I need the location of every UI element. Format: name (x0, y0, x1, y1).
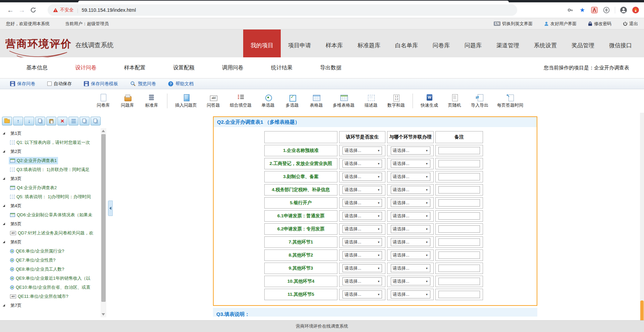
tree-node[interactable]: 第6页 (0, 237, 99, 246)
nav-item[interactable]: 问卷库 (425, 30, 457, 57)
occurs-select[interactable]: 请选择... ▼ (342, 212, 382, 220)
tab-item[interactable]: 基本信息 (26, 64, 48, 71)
remark-input[interactable] (438, 238, 480, 246)
forward-icon[interactable]: → (16, 4, 28, 16)
save-questionnaire-button[interactable]: 保存问卷 (10, 81, 35, 87)
toolbar-button[interactable]: 多选题 (284, 94, 300, 108)
language-switch[interactable]: EN 切换到英文界面 (494, 21, 533, 27)
panel-collapse-handle[interactable] (108, 201, 113, 216)
tree-node[interactable]: 第4页 (0, 201, 99, 210)
toolbar-button[interactable]: 数字和题 (387, 94, 405, 108)
toolbar-button[interactable]: 快速生成 (421, 94, 438, 108)
toolbar-button[interactable]: 插入问题页 (175, 94, 197, 108)
scroll-down-icon[interactable] (102, 313, 105, 316)
toolbar-button[interactable]: 多维表格题 (333, 94, 355, 108)
tree-toolbar-button[interactable] (68, 117, 78, 125)
toolbar-button[interactable]: 问卷库 (96, 94, 111, 108)
next-question-strip[interactable]: Q3.填表说明： (213, 308, 537, 317)
tab-item[interactable]: 统计结果 (271, 64, 292, 71)
occurs-select[interactable]: 请选择... ▼ (342, 160, 382, 168)
toolbar-button[interactable]: 单选题 (260, 94, 276, 108)
nav-item[interactable]: 系统设置 (527, 30, 564, 57)
nav-item[interactable]: 奖品管理 (564, 30, 602, 57)
parallel-select[interactable]: 请选择... ▼ (391, 212, 430, 220)
tree-node[interactable]: Q3:填表说明： 1)并联办理：同时满足 (0, 165, 99, 174)
occurs-select[interactable]: 请选择... ▼ (342, 225, 382, 233)
expand-arrow-icon[interactable] (3, 132, 5, 134)
expand-arrow-icon[interactable] (3, 205, 5, 207)
tree-node[interactable]: QD7:针对上述业务及问卷相关问题，欢 (0, 228, 99, 237)
remark-input[interactable] (438, 147, 480, 154)
url-text[interactable]: 59.110.154.19/index.html (82, 7, 136, 13)
tree-node[interactable]: QE8:单位/企业员工人数? (0, 265, 99, 274)
occurs-select[interactable]: 请选择... ▼ (342, 251, 382, 259)
occurs-select[interactable]: 请选择... ▼ (342, 277, 382, 285)
nav-item[interactable]: 渠道管理 (489, 30, 527, 57)
occurs-select[interactable]: 请选择... ▼ (342, 147, 382, 155)
nav-item[interactable]: 白名单库 (388, 30, 425, 57)
tree-node[interactable]: QE10:单位/企业所在省、自治区、或直 (0, 283, 99, 292)
tree-node[interactable]: QE7:单位/企业性质? (0, 256, 99, 265)
bookmark-star-icon[interactable]: ★ (579, 6, 586, 14)
tree-toolbar-button[interactable] (2, 117, 12, 125)
parallel-select[interactable]: 请选择... ▼ (391, 160, 430, 168)
remark-input[interactable] (438, 173, 480, 180)
extension-badge-icon[interactable] (632, 6, 639, 14)
tree-toolbar-button[interactable] (35, 117, 45, 125)
parallel-select[interactable]: 请选择... ▼ (391, 199, 430, 207)
tree-node[interactable]: Q1: 以下报表内容，请针对您最近一次 (0, 138, 99, 147)
toolbar-button[interactable]: 每页答题时间 (497, 94, 523, 108)
security-warning[interactable]: 不安全 (60, 7, 74, 13)
toolbar-button[interactable]: 问答题 (206, 94, 221, 108)
tree-node[interactable]: 第5页 (0, 219, 99, 228)
selected-question-block[interactable]: Q2.企业开办调查表1 （多维表格题） 该环节是否发生 与哪个环节并联办理 备注… (213, 116, 537, 306)
grid-extension-icon[interactable] (603, 6, 610, 14)
tree-node[interactable]: QE9:单位/企业最近1年的销售收入（以 (0, 274, 99, 283)
parallel-select[interactable]: 请选择... ▼ (391, 264, 430, 272)
friendly-ui-link[interactable]: 友好用户界面 (544, 21, 577, 27)
tree-node[interactable]: 第7页 (0, 301, 99, 310)
nav-item[interactable]: 标准题库 (350, 30, 388, 57)
tree-toolbar-button[interactable] (24, 117, 34, 125)
occurs-select[interactable]: 请选择... ▼ (342, 264, 382, 272)
tree-node[interactable]: QE11:单位/企业所在城市? (0, 292, 99, 301)
tree-node[interactable]: QD6:企业刻制公章具体情况表（如果未 (0, 210, 99, 219)
toolbar-button[interactable]: 表格题 (309, 94, 324, 108)
tree-toolbar-button[interactable] (13, 117, 23, 125)
tree-node[interactable]: 第1页 (0, 129, 99, 138)
tree-toolbar-button[interactable] (91, 117, 101, 125)
parallel-select[interactable]: 请选择... ▼ (391, 251, 430, 259)
tree-toolbar-button[interactable] (79, 117, 90, 125)
parallel-select[interactable]: 请选择... ▼ (391, 238, 430, 246)
occurs-select[interactable]: 请选择... ▼ (342, 238, 382, 246)
toolbar-button[interactable]: 导入导出 (471, 94, 488, 108)
toolbar-button[interactable]: 描述题 (363, 94, 379, 108)
remark-input[interactable] (438, 252, 480, 259)
change-password-link[interactable]: 修改密码 (588, 21, 611, 27)
tree-scrollbar[interactable] (101, 128, 106, 317)
remark-input[interactable] (438, 186, 480, 193)
logout-link[interactable]: 退出 (623, 21, 638, 27)
tree-toolbar-button[interactable] (46, 117, 56, 125)
page-scrollbar[interactable] (640, 113, 644, 332)
tree-node[interactable]: 第3页 (0, 174, 99, 183)
parallel-select[interactable]: 请选择... ▼ (391, 277, 430, 285)
expand-arrow-icon[interactable] (3, 241, 5, 243)
remark-input[interactable] (438, 225, 480, 233)
toolbar-button[interactable]: 页随机 (447, 94, 462, 108)
tab-item[interactable]: 设计问卷 (75, 64, 97, 71)
tab-item[interactable]: 样本配置 (124, 64, 146, 71)
occurs-select[interactable]: 请选择... ▼ (342, 186, 382, 194)
pdf-extension-icon[interactable] (591, 6, 598, 14)
expand-arrow-icon[interactable] (3, 223, 5, 225)
remark-input[interactable] (438, 265, 480, 272)
occurs-select[interactable]: 请选择... ▼ (342, 290, 382, 298)
toolbar-button[interactable]: 标准库 (144, 94, 159, 108)
tree-toolbar-button[interactable] (57, 117, 67, 125)
remark-input[interactable] (438, 160, 480, 167)
tree-node[interactable]: Q2:企业开办调查表1 (0, 156, 99, 165)
nav-item[interactable]: 样本库 (318, 30, 350, 57)
toolbar-button[interactable]: 问题库 (120, 94, 135, 108)
tree-node[interactable]: Q5: 填表说明： 1)办理时间：办理时间 (0, 192, 99, 201)
occurs-select[interactable]: 请选择... ▼ (342, 173, 382, 181)
